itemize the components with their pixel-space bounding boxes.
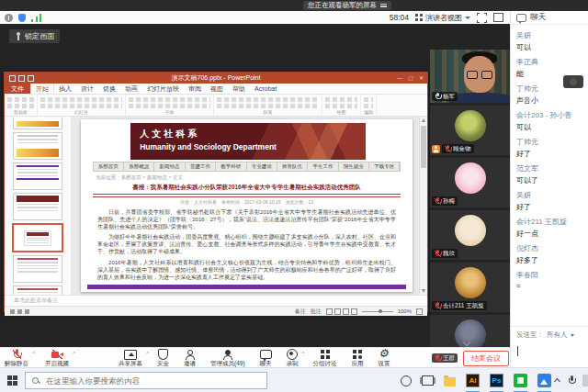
chat-sender-name[interactable]: 会计211 王凯旋 xyxy=(516,217,582,227)
chat-sender-name[interactable]: 李正典 xyxy=(516,57,582,67)
chevron-up-icon[interactable]: ^ xyxy=(32,351,35,356)
fullscreen-icon[interactable] xyxy=(477,13,487,23)
view-switcher-icons[interactable] xyxy=(326,308,357,315)
participant-tile[interactable]: 杨军 xyxy=(430,50,510,103)
slide-thumbnail-selected[interactable] xyxy=(12,223,63,252)
ribbon-group[interactable]: 绘图 xyxy=(322,95,361,116)
ribbon-group[interactable]: 幻灯片 xyxy=(38,95,126,116)
slide-scrollbar[interactable] xyxy=(419,117,427,295)
chevron-up-icon[interactable]: ^ xyxy=(302,351,305,356)
chat-sticker-image[interactable] xyxy=(563,75,583,88)
security-shield-icon[interactable] xyxy=(18,14,26,22)
toolbar-button[interactable]: ^ 应用 xyxy=(351,349,368,366)
ribbon-controls[interactable] xyxy=(364,96,373,108)
green-app-button[interactable] xyxy=(514,368,527,392)
slide-thumbnail[interactable] xyxy=(13,162,62,190)
ribbon-tab[interactable]: 文件 xyxy=(5,84,30,94)
slide-thumbnail[interactable] xyxy=(13,118,62,129)
toolbar-button[interactable]: ^ 解除静音 xyxy=(4,349,33,366)
ribbon-group[interactable]: 段落 xyxy=(214,95,322,116)
ribbon-tab[interactable]: 开始 xyxy=(30,84,54,94)
tray-partial-icon[interactable] xyxy=(582,375,588,386)
toolbar-button[interactable]: ^ 安全 xyxy=(156,349,174,366)
chat-sender-name[interactable]: 范文军 xyxy=(516,163,582,174)
participant-tile[interactable]: 魏欣 xyxy=(430,210,510,260)
ribbon-tab[interactable]: Acrobat xyxy=(250,84,281,94)
ribbon-tab[interactable]: 幻灯片放映 xyxy=(142,84,184,94)
task-view-icon[interactable] xyxy=(422,375,434,386)
chevron-up-icon[interactable]: ^ xyxy=(146,351,149,356)
slide-thumbnail-panel[interactable] xyxy=(5,117,72,295)
chat-message-list[interactable]: 吴妍 可以 李正典 能 丁帅元 声音小 会计203 - 孙小善 可以 xyxy=(511,25,588,290)
ribbon-tab[interactable]: 动画 xyxy=(120,84,142,94)
send-to-selector[interactable]: 所有人 xyxy=(547,330,568,340)
search-input[interactable] xyxy=(44,375,232,386)
ribbon-group[interactable]: 编辑 xyxy=(361,95,377,116)
slide-thumbnail[interactable] xyxy=(13,132,62,160)
participant-tile[interactable]: 顾金物 xyxy=(430,106,510,155)
chat-sender-name[interactable]: 李春阳 xyxy=(516,270,582,280)
meeting-app-button[interactable] xyxy=(537,368,551,392)
taskbar-search[interactable] xyxy=(25,372,267,389)
chat-input-cursor[interactable] xyxy=(517,346,518,356)
watching-screen-banner[interactable]: 您正在观看杨军的屏幕 xyxy=(303,1,391,10)
ribbon-tab[interactable]: 设计 xyxy=(76,84,98,94)
fit-slide-icon[interactable] xyxy=(416,308,423,315)
cortana-icon[interactable] xyxy=(401,375,412,386)
tray-expand-chevron-icon[interactable] xyxy=(554,377,560,384)
chevron-up-icon[interactable]: ^ xyxy=(73,351,75,356)
notes-toggle[interactable]: 备注 xyxy=(295,308,306,316)
ribbon-tab[interactable]: 审阅 xyxy=(184,84,206,94)
banner-menu-icon[interactable] xyxy=(380,4,387,8)
chat-sender-name[interactable]: 吴妍 xyxy=(516,30,582,40)
toolbar-button[interactable]: ^ 聊天 xyxy=(259,349,277,366)
ribbon-controls[interactable] xyxy=(40,96,122,108)
toolbar-button[interactable]: ^ 管理成员(49) xyxy=(209,349,250,366)
float-window-icon[interactable] xyxy=(493,13,503,22)
slide-thumbnail[interactable] xyxy=(13,193,62,220)
toolbar-button[interactable]: ^ 录制 xyxy=(286,349,303,366)
toolbar-button[interactable]: ^ 分组讨论 xyxy=(312,349,342,366)
send-to-chevron-icon[interactable] xyxy=(571,334,574,337)
ribbon-tab[interactable]: 帮助 xyxy=(228,84,250,94)
ribbon-controls[interactable] xyxy=(217,96,319,108)
slide-thumbnail[interactable] xyxy=(13,255,62,283)
ribbon-controls[interactable] xyxy=(325,96,357,108)
chat-sender-name[interactable]: 倪灯杰 xyxy=(516,243,582,253)
pin-screen-button[interactable]: 锁定画面 xyxy=(9,29,60,43)
scrollbar-thumb[interactable] xyxy=(421,126,426,168)
ribbon-tab[interactable]: 视图 xyxy=(206,84,228,94)
comments-toggle[interactable]: 批注 xyxy=(311,308,322,316)
scroll-up-icon[interactable] xyxy=(422,118,425,122)
ribbon-tab[interactable]: 切换 xyxy=(98,84,120,94)
scroll-down-icon[interactable] xyxy=(422,289,425,293)
status-left-icons[interactable] xyxy=(10,309,29,314)
tray-microphone-icon[interactable] xyxy=(568,375,575,386)
chat-sender-name[interactable]: 会计203 - 孙小善 xyxy=(516,110,582,120)
illustrator-button[interactable]: Ai xyxy=(466,368,480,392)
toolbar-button[interactable]: ^ 邀请 xyxy=(183,349,200,366)
participant-tile[interactable]: 孙梅 xyxy=(430,158,510,207)
toolbar-button[interactable]: ^ 共享屏幕 xyxy=(118,349,147,366)
ribbon-controls[interactable] xyxy=(7,96,34,108)
ribbon-tab[interactable]: 插入 xyxy=(54,84,76,94)
notes-pane[interactable]: 单击此处添加备注 xyxy=(5,295,427,306)
more-participants-chevron-icon[interactable] xyxy=(463,340,470,347)
window-controls[interactable]: —▢✕ xyxy=(397,73,424,84)
chat-sender-name[interactable]: 丁帅元 xyxy=(516,137,582,147)
photoshop-button[interactable]: Ps xyxy=(490,368,503,392)
file-explorer-button[interactable] xyxy=(444,368,456,392)
network-signal-icon[interactable] xyxy=(31,14,41,22)
toolbar-button[interactable]: ^ 开启视频 xyxy=(44,349,74,366)
speaker-view-button[interactable]: 演讲者视图 xyxy=(415,13,470,23)
zoom-slider[interactable] xyxy=(362,311,393,312)
ppt-titlebar[interactable]: 演示文稿706.pptx - PowerPoint —▢✕ xyxy=(5,73,427,84)
ribbon-group[interactable]: 剪贴板 xyxy=(5,95,38,116)
meeting-info-icon[interactable] xyxy=(5,14,13,22)
ribbon-controls[interactable] xyxy=(129,96,210,108)
ribbon-group[interactable]: 字体 xyxy=(126,95,214,116)
toolbar-button[interactable]: ^ 设置 xyxy=(378,349,395,366)
chat-sender-name[interactable]: 吴妍 xyxy=(516,190,582,200)
slide-thumbnail[interactable] xyxy=(13,286,62,295)
participant-tile[interactable]: 会计211 王凯旋 xyxy=(430,263,510,312)
